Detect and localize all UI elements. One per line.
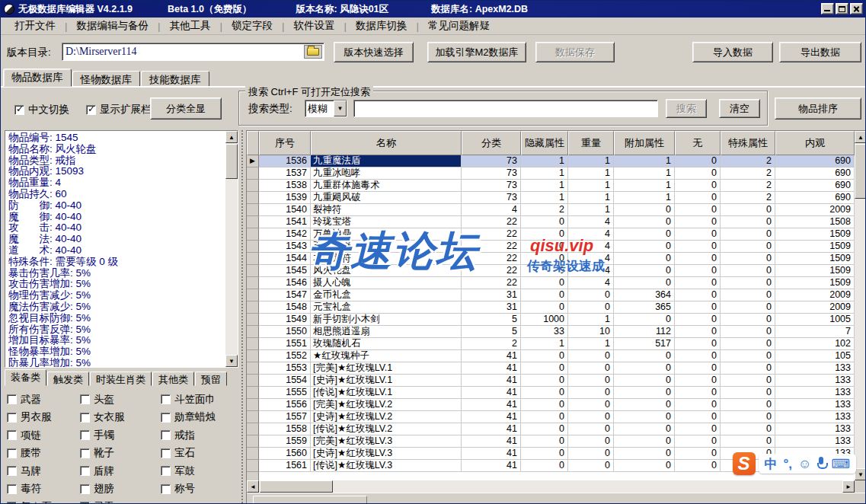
row-selector[interactable]: [247, 314, 259, 326]
search-input[interactable]: [353, 100, 658, 117]
table-row[interactable]: 1553[完美]★红玫瑰LV.14100000133: [247, 362, 855, 375]
db-tab-1[interactable]: 物品数据库: [3, 69, 72, 87]
menu-item-4[interactable]: 锁定字段: [224, 18, 280, 34]
chinese-toggle-checkbox[interactable]: 中文切换: [14, 103, 69, 116]
chinese-mode-icon[interactable]: 中: [765, 458, 778, 471]
table-horizontal-scrollbar[interactable]: ◄ ►: [247, 480, 855, 493]
table-row[interactable]: 1551玫瑰随机石21151700102: [247, 338, 855, 350]
item-sort-button[interactable]: 物品排序: [775, 97, 861, 120]
table-row[interactable]: 1545风火轮盘22040001509: [247, 265, 855, 277]
category-checkbox[interactable]: 毒符: [7, 482, 80, 496]
menu-item-3[interactable]: 其他工具: [162, 18, 219, 34]
table-row[interactable]: 1550相思熊逍遥扇53310112007: [247, 326, 855, 338]
table-row[interactable]: 1552★红玫瑰种子4100000105: [247, 350, 855, 362]
category-checkbox[interactable]: 盾牌: [80, 464, 161, 478]
category-tab-3[interactable]: 时装生肖类: [90, 372, 152, 386]
table-row[interactable]: 1555[传说]★红玫瑰LV.14100000133: [247, 387, 855, 399]
column-header-3[interactable]: 分类: [462, 131, 521, 155]
db-tab-2[interactable]: 怪物数据库: [72, 71, 141, 87]
props-scrollbar-thumb[interactable]: [225, 144, 238, 179]
row-selector[interactable]: [247, 423, 259, 435]
keyboard-icon[interactable]: ⌨: [831, 458, 850, 471]
category-checkbox[interactable]: 腰带: [7, 446, 80, 460]
column-header-6[interactable]: 附加属性: [614, 131, 675, 155]
category-checkbox[interactable]: 手镯: [80, 429, 161, 442]
menu-item-1[interactable]: 打开文件: [7, 18, 63, 34]
row-selector[interactable]: [247, 204, 259, 216]
row-selector[interactable]: [247, 216, 259, 228]
table-row[interactable]: 1557[史诗]★红玫瑰LV.24100000133: [247, 411, 855, 423]
row-selector[interactable]: [247, 289, 259, 301]
punctuation-icon[interactable]: °,: [784, 458, 793, 471]
load-m2-database-button[interactable]: 加载引擎M2数据库: [427, 42, 526, 62]
scroll-right-icon[interactable]: ►: [842, 480, 855, 493]
table-row[interactable]: 1544本命咒符22040001509: [247, 253, 855, 265]
table-row[interactable]: 1556[完美]★红玫瑰LV.24100000133: [247, 399, 855, 411]
table-row[interactable]: 1541玲珑宝塔22040001508: [247, 216, 855, 228]
chevron-down-icon[interactable]: ▼: [334, 100, 347, 116]
version-dir-input[interactable]: D:\Mirserver114: [62, 43, 324, 61]
table-row[interactable]: 1559[完美]★红玫瑰LV.34100000133: [247, 435, 855, 448]
table-row[interactable]: 1537九重冰咆哮7311102690: [247, 167, 855, 180]
clear-button[interactable]: 清空: [719, 99, 760, 118]
browse-folder-button[interactable]: [304, 45, 322, 59]
table-row[interactable]: 1548元宝礼盒3100365002009: [247, 301, 855, 314]
column-header-9[interactable]: 内观: [775, 131, 855, 155]
category-checkbox[interactable]: 斗笠面巾: [161, 393, 235, 407]
column-header-2[interactable]: 名称: [311, 131, 462, 155]
scroll-up-icon[interactable]: ▲: [225, 131, 238, 143]
menu-item-7[interactable]: 常见问题解疑: [420, 18, 497, 34]
category-checkbox[interactable]: 灵玉: [80, 500, 161, 504]
scroll-up-icon[interactable]: ▲: [855, 131, 866, 143]
db-tab-3[interactable]: 技能数据库: [141, 71, 209, 87]
table-row[interactable]: 1540裂神符4210002009: [247, 204, 855, 216]
menu-item-5[interactable]: 软件设置: [286, 18, 343, 34]
row-selector[interactable]: [247, 375, 259, 387]
column-header-7[interactable]: 无: [675, 131, 721, 155]
close-button[interactable]: [850, 3, 863, 14]
show-extended-checkbox[interactable]: 显示扩展栏: [86, 103, 152, 116]
row-selector[interactable]: [247, 399, 259, 411]
row-selector[interactable]: [247, 460, 259, 472]
table-row[interactable]: 1542万兽神鼎22040001509: [247, 228, 855, 241]
scroll-left-icon[interactable]: ◄: [247, 480, 259, 493]
table-row[interactable]: ▶1536九重魔法盾7311102690: [247, 155, 855, 167]
category-tab-4[interactable]: 其他类: [152, 372, 194, 386]
row-selector[interactable]: [247, 241, 259, 253]
row-selector[interactable]: [247, 167, 259, 180]
row-selector[interactable]: [247, 228, 259, 241]
category-checkbox[interactable]: 翅膀: [80, 482, 161, 496]
emoji-icon[interactable]: ☺: [798, 458, 811, 471]
save-data-button[interactable]: 数据保存: [535, 42, 615, 62]
row-selector[interactable]: [247, 277, 259, 289]
row-selector-current[interactable]: ▶: [247, 155, 259, 167]
category-checkbox[interactable]: 男衣服: [7, 410, 80, 424]
row-selector[interactable]: [247, 362, 259, 375]
row-selector[interactable]: [247, 435, 259, 448]
row-selector[interactable]: [247, 338, 259, 350]
table-row[interactable]: 1549新手切割小木剑5100010001005: [247, 314, 855, 326]
table-row[interactable]: 1538九重群体施毒术7311102690: [247, 180, 855, 192]
category-checkbox[interactable]: 女衣服: [80, 410, 161, 424]
scroll-down-icon[interactable]: ▼: [225, 355, 238, 367]
row-selector[interactable]: [247, 472, 259, 480]
row-selector[interactable]: [247, 301, 259, 314]
table-hscroll-thumb[interactable]: [260, 480, 333, 493]
column-header-4[interactable]: 隐藏属性: [521, 131, 568, 155]
table-row[interactable]: 1546摄人心魄22040001509: [247, 277, 855, 289]
table-row[interactable]: 1547金币礼盒3100364002009: [247, 289, 855, 301]
table-vscroll-thumb[interactable]: [855, 144, 866, 199]
maximize-button[interactable]: [836, 3, 848, 14]
category-tab-2[interactable]: 触发类: [47, 372, 89, 386]
category-checkbox[interactable]: 军鼓: [161, 464, 235, 478]
row-selector[interactable]: [247, 180, 259, 192]
category-checkbox[interactable]: 宝石: [161, 446, 235, 460]
category-checkbox[interactable]: 戒指: [161, 429, 235, 442]
row-selector[interactable]: [247, 448, 259, 460]
category-checkbox[interactable]: 项链: [7, 429, 80, 442]
row-selector[interactable]: [247, 253, 259, 265]
column-header-5[interactable]: 重量: [568, 131, 614, 155]
scroll-down-icon[interactable]: ▼: [855, 468, 866, 480]
props-scrollbar[interactable]: ▲ ▼: [225, 131, 238, 367]
category-checkbox[interactable]: 头盔: [80, 393, 161, 407]
